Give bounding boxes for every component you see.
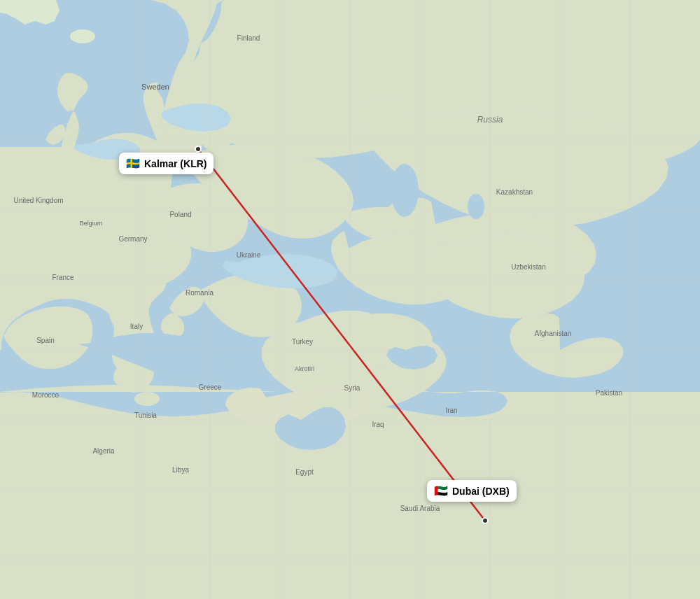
svg-text:Kazakhstan: Kazakhstan [496,188,533,196]
svg-text:Finland: Finland [237,34,260,42]
svg-point-3 [134,392,160,406]
dubai-label[interactable]: 🇦🇪 Dubai (DXB) [427,480,517,502]
svg-text:Morocco: Morocco [32,391,59,399]
svg-text:Afghanistan: Afghanistan [535,330,572,337]
svg-text:Akrotiri: Akrotiri [295,365,314,372]
svg-point-4 [113,368,125,385]
svg-text:Pakistan: Pakistan [596,389,622,397]
svg-point-2 [70,29,95,43]
kalmar-flag: 🇸🇪 [126,157,140,170]
dubai-flag: 🇦🇪 [434,484,448,498]
svg-text:Tunisia: Tunisia [134,411,157,419]
kalmar-name: Kalmar (KLR) [144,158,206,169]
svg-text:Saudi Arabia: Saudi Arabia [400,505,440,512]
svg-text:Libya: Libya [172,466,189,474]
svg-text:Uzbekistan: Uzbekistan [511,263,545,271]
map-container: United Kingdom France Spain Belgium Germ… [0,0,700,599]
dubai-dot [482,517,489,524]
svg-text:Romania: Romania [186,289,214,297]
svg-text:Syria: Syria [344,384,360,392]
svg-point-9 [468,194,484,219]
svg-text:Poland: Poland [169,211,191,218]
svg-text:France: France [52,274,74,281]
svg-text:Belgium: Belgium [80,220,103,227]
svg-text:Algeria: Algeria [92,447,115,455]
svg-text:Iran: Iran [445,407,457,414]
svg-text:Greece: Greece [199,383,222,391]
svg-text:Egypt: Egypt [295,468,314,476]
dubai-name: Dubai (DXB) [452,486,510,497]
svg-text:Turkey: Turkey [292,338,313,346]
svg-text:Iraq: Iraq [372,421,384,428]
svg-text:Ukraine: Ukraine [237,251,261,259]
svg-text:Germany: Germany [118,235,147,243]
kalmar-label[interactable]: 🇸🇪 Kalmar (KLR) [119,153,214,174]
svg-text:Russia: Russia [477,115,503,125]
svg-text:Italy: Italy [130,323,143,330]
svg-text:Sweden: Sweden [141,83,169,91]
svg-text:United Kingdom: United Kingdom [13,197,63,204]
map-svg: United Kingdom France Spain Belgium Germ… [0,0,700,599]
kalmar-dot [195,146,202,153]
svg-text:Spain: Spain [36,337,55,344]
svg-point-8 [391,164,419,217]
